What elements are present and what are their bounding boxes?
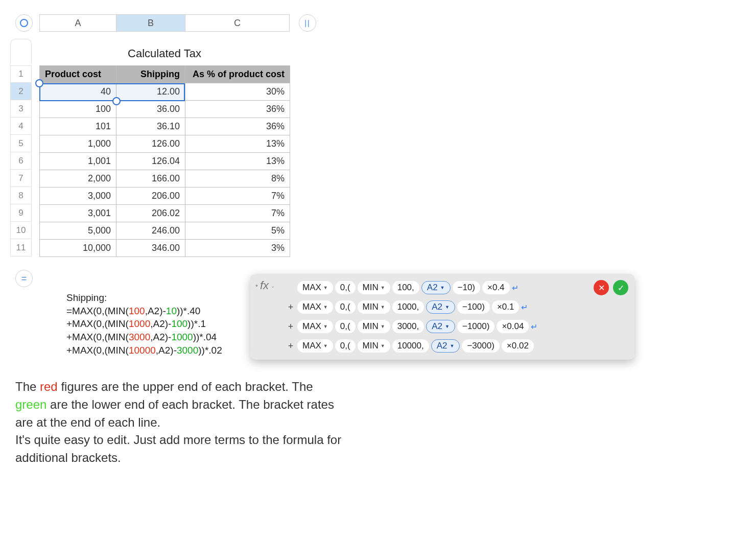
formula-text-block: Shipping: =MAX(0,(MIN(100,A2)-10))*.40 +… (66, 291, 222, 357)
arg-token[interactable]: −1000) (457, 320, 494, 333)
fx-line-2[interactable]: + MAX▼ 0,( MIN▼ 1000, A2▼ −100) ×0.1 ↵ (286, 297, 588, 317)
fn-min-token[interactable]: MIN▼ (358, 339, 390, 353)
column-header-c[interactable]: C (185, 14, 290, 32)
cell-c2[interactable]: 30% (185, 83, 290, 101)
arg-token[interactable]: ×0.02 (502, 339, 534, 353)
cell-b9[interactable]: 206.02 (116, 205, 185, 222)
fx-line-3[interactable]: + MAX▼ 0,( MIN▼ 3000, A2▼ −1000) ×0.04 ↵ (286, 317, 588, 336)
formula-editor-actions: ✕ ✓ (594, 280, 628, 295)
fn-min-token[interactable]: MIN▼ (358, 281, 390, 294)
cell-c7[interactable]: 8% (185, 170, 290, 188)
arg-token[interactable]: ×0.1 (492, 300, 520, 314)
cell-ref-token[interactable]: A2▼ (421, 281, 451, 294)
row-header-1[interactable]: 1 (10, 65, 32, 83)
header-product-cost[interactable]: Product cost (40, 66, 116, 83)
cell-b4[interactable]: 36.10 (116, 118, 185, 135)
return-icon: ↵ (531, 322, 537, 332)
cell-a7[interactable]: 2,000 (40, 170, 116, 188)
arg-token[interactable]: −10) (453, 281, 481, 294)
cell-b11[interactable]: 346.00 (116, 240, 185, 257)
cell-b8[interactable]: 206.00 (116, 188, 185, 205)
row-header-5[interactable]: 5 (10, 135, 32, 152)
arg-token[interactable]: −3000) (462, 339, 499, 353)
formula-line-4: +MAX(0,(MIN(10000,A2)-3000))*.02 (66, 344, 222, 357)
cell-b3[interactable]: 36.00 (116, 101, 185, 118)
cell-a4[interactable]: 101 (40, 118, 116, 135)
arg-token[interactable]: 0,( (335, 320, 356, 333)
fx-label[interactable]: • fx ⌄ (255, 279, 275, 292)
cell-c6[interactable]: 13% (185, 153, 290, 170)
cell-c11[interactable]: 3% (185, 240, 290, 257)
cell-c5[interactable]: 13% (185, 135, 290, 153)
row-header-6[interactable]: 6 (10, 152, 32, 170)
columns-pause-button[interactable]: || (299, 14, 316, 32)
arg-token[interactable]: ×0.4 (482, 281, 510, 294)
cell-a3[interactable]: 100 (40, 101, 116, 118)
header-percent[interactable]: As % of product cost (185, 66, 290, 83)
header-shipping[interactable]: Shipping (116, 66, 185, 83)
cell-a11[interactable]: 10,000 (40, 240, 116, 257)
arg-token[interactable]: 100, (392, 281, 419, 294)
cell-a10[interactable]: 5,000 (40, 222, 116, 240)
dropdown-icon: ▼ (323, 343, 328, 348)
arg-token[interactable]: 1000, (392, 300, 425, 314)
cell-c4[interactable]: 36% (185, 118, 290, 135)
row-header-11[interactable]: 11 (10, 239, 32, 256)
cell-a6[interactable]: 1,001 (40, 153, 116, 170)
row-header-3[interactable]: 3 (10, 100, 32, 118)
formula-line-3: +MAX(0,(MIN(3000,A2)-1000))*.04 (66, 331, 222, 344)
fn-max-token[interactable]: MAX▼ (297, 320, 333, 333)
cell-ref-token[interactable]: A2▼ (426, 300, 455, 314)
cell-ref-token[interactable]: A2▼ (426, 320, 455, 333)
column-header-b[interactable]: B (116, 14, 185, 32)
row-header-2[interactable]: 2 (10, 83, 32, 100)
cell-b7[interactable]: 166.00 (116, 170, 185, 188)
formula-editor-panel[interactable]: • fx ⌄ MAX▼ 0,( MIN▼ 100, A2▼ −10) ×0.4 … (250, 274, 634, 360)
arg-token[interactable]: ×0.04 (497, 320, 529, 333)
row-header-tab[interactable] (10, 39, 32, 64)
cell-b2[interactable]: 12.00 (116, 83, 185, 101)
formula-confirm-button[interactable]: ✓ (613, 280, 628, 295)
arg-token[interactable]: −100) (457, 300, 490, 314)
cell-b6[interactable]: 126.04 (116, 153, 185, 170)
arg-token[interactable]: 0,( (335, 339, 356, 353)
table-title[interactable]: Calculated Tax (39, 47, 290, 60)
column-header-a[interactable]: A (39, 14, 116, 32)
cell-a9[interactable]: 3,001 (40, 205, 116, 222)
row-header-8[interactable]: 8 (10, 187, 32, 204)
dropdown-icon: ▼ (440, 285, 445, 290)
bullet-icon: • (255, 282, 258, 290)
cell-ref-token[interactable]: A2▼ (431, 339, 460, 353)
row-header-10[interactable]: 10 (10, 222, 32, 239)
fn-max-token[interactable]: MAX▼ (297, 281, 333, 294)
arg-token[interactable]: 0,( (335, 300, 356, 314)
cell-b5[interactable]: 126.00 (116, 135, 185, 153)
select-all-corner[interactable] (15, 14, 33, 32)
rows-footer-button[interactable]: = (15, 270, 33, 287)
row-header-9[interactable]: 9 (10, 204, 32, 222)
spreadsheet-table: Product cost Shipping As % of product co… (39, 65, 290, 257)
cell-c8[interactable]: 7% (185, 188, 290, 205)
column-headers: A B C (39, 14, 290, 32)
cell-a8[interactable]: 3,000 (40, 188, 116, 205)
pause-icon: || (304, 19, 310, 27)
fx-line-1[interactable]: MAX▼ 0,( MIN▼ 100, A2▼ −10) ×0.4 ↵ (286, 278, 588, 297)
cell-c10[interactable]: 5% (185, 222, 290, 240)
cell-c3[interactable]: 36% (185, 101, 290, 118)
formula-cancel-button[interactable]: ✕ (594, 280, 609, 295)
fn-max-token[interactable]: MAX▼ (297, 300, 333, 314)
arg-token[interactable]: 0,( (335, 281, 356, 294)
cell-a5[interactable]: 1,000 (40, 135, 116, 153)
fn-min-token[interactable]: MIN▼ (358, 300, 390, 314)
arg-token[interactable]: 10000, (392, 339, 429, 353)
cell-a2[interactable]: 40 (40, 83, 116, 101)
cell-c9[interactable]: 7% (185, 205, 290, 222)
fn-min-token[interactable]: MIN▼ (358, 320, 390, 333)
row-header-4[interactable]: 4 (10, 118, 32, 135)
row-header-7[interactable]: 7 (10, 170, 32, 187)
arg-token[interactable]: 3000, (392, 320, 425, 333)
dropdown-icon: ▼ (381, 285, 385, 290)
fn-max-token[interactable]: MAX▼ (297, 339, 333, 353)
fx-line-4[interactable]: + MAX▼ 0,( MIN▼ 10000, A2▼ −3000) ×0.02 (286, 336, 588, 356)
cell-b10[interactable]: 246.00 (116, 222, 185, 240)
